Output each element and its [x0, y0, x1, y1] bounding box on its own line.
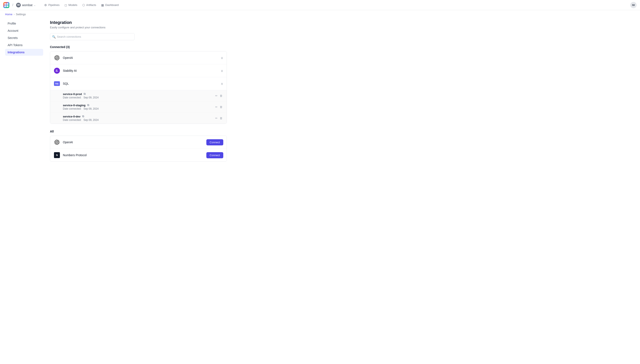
workspace-avatar: IW: [16, 3, 21, 8]
workspace-selector[interactable]: IW wombat ⌄: [16, 3, 36, 8]
integration-item-openai[interactable]: OpenAI ∨: [50, 52, 227, 64]
service-prod-name: service-0-prod: [63, 92, 82, 96]
integration-item-stability[interactable]: S. Stability AI ∨: [50, 64, 227, 77]
numbers-logo: N: [54, 152, 60, 158]
all-openai-logo: [54, 139, 60, 146]
connect-button-numbers[interactable]: Connect: [206, 152, 223, 158]
workspace-name: wombat: [22, 4, 32, 7]
sidebar-item-profile[interactable]: Profile: [5, 20, 43, 27]
workspace-chevron-icon: ⌄: [34, 4, 36, 6]
breadcrumb-home-link[interactable]: Home: [5, 13, 12, 16]
search-input[interactable]: [50, 33, 134, 40]
sql-service-prod: service-0-prod ⧉ Date connected: Sep 09,…: [50, 90, 227, 101]
sidebar-item-integrations[interactable]: Integrations: [5, 49, 43, 56]
pipelines-icon: ⚙: [44, 4, 47, 7]
page-title: Integration: [50, 20, 227, 25]
stability-logo: S.: [54, 67, 60, 74]
copy-icon-prod[interactable]: ⧉: [84, 92, 86, 96]
connect-button-openai[interactable]: Connect: [206, 139, 223, 146]
user-menu[interactable]: IW: [630, 2, 636, 8]
service-staging-date-value: Sep 09, 2024: [84, 107, 98, 110]
main-layout: Profile Account Secrets API Tokens Integ…: [0, 18, 640, 168]
edit-icon-prod[interactable]: ✏: [215, 94, 218, 97]
all-section-title: All: [50, 130, 227, 133]
nav-item-models[interactable]: ◻ Models: [62, 2, 80, 8]
all-openai-name: OpenAI: [63, 140, 206, 144]
copy-icon-staging[interactable]: ⧉: [87, 104, 89, 107]
main-content: Integration Easily configure and protect…: [43, 18, 234, 168]
models-icon: ◻: [64, 4, 67, 7]
sql-expanded-section: service-0-prod ⧉ Date connected: Sep 09,…: [50, 90, 227, 124]
stability-chevron-icon: ∨: [221, 69, 223, 73]
copy-icon-dev[interactable]: ⧉: [82, 115, 84, 118]
service-dev-name: service-0-dev: [63, 115, 80, 118]
openai-logo: [54, 54, 60, 61]
sidebar-item-api-tokens[interactable]: API Tokens: [5, 42, 43, 48]
service-staging-name: service-0-staging: [63, 104, 86, 107]
nav-item-artifacts[interactable]: ⬡ Artifacts: [80, 2, 98, 8]
nav-item-dashboard[interactable]: ▦ Dashboard: [98, 2, 121, 8]
integration-item-sql[interactable]: SQL SQL ∧: [50, 77, 227, 90]
edit-icon-staging[interactable]: ✏: [215, 106, 218, 108]
app-logo[interactable]: [4, 2, 9, 8]
edit-icon-dev[interactable]: ✏: [215, 116, 218, 120]
search-icon: 🔍: [52, 35, 56, 38]
nav-separator: /: [12, 3, 13, 7]
service-prod-date-label: Date connected:: [63, 96, 81, 99]
delete-icon-prod[interactable]: 🗑: [220, 94, 222, 97]
integration-name-stability: Stability AI: [63, 69, 221, 72]
delete-icon-dev[interactable]: 🗑: [220, 116, 222, 120]
all-integration-numbers: N Numbers Protocol Connect: [50, 149, 227, 162]
service-prod-date-value: Sep 09, 2024: [84, 96, 98, 99]
integration-name-sql: SQL: [63, 82, 221, 85]
sql-chevron-icon: ∧: [221, 82, 223, 86]
sql-logo: SQL: [54, 80, 60, 87]
sql-service-staging: service-0-staging ⧉ Date connected: Sep …: [50, 101, 227, 112]
user-avatar[interactable]: IW: [630, 2, 636, 8]
breadcrumb: Home › Settings: [0, 10, 640, 18]
dashboard-icon: ▦: [101, 4, 104, 7]
nav-label-artifacts: Artifacts: [86, 4, 96, 6]
openai-chevron-icon: ∨: [221, 56, 223, 60]
sidebar-item-secrets[interactable]: Secrets: [5, 34, 43, 41]
sql-service-dev: service-0-dev ⧉ Date connected: Sep 09, …: [50, 112, 227, 124]
service-staging-date-label: Date connected:: [63, 107, 81, 110]
nav-item-pipelines[interactable]: ⚙ Pipelines: [42, 2, 62, 8]
nav-label-models: Models: [68, 4, 77, 6]
integration-name-openai: OpenAI: [63, 56, 221, 60]
nav-label-dashboard: Dashboard: [105, 4, 119, 6]
main-nav: ⚙ Pipelines ◻ Models ⬡ Artifacts ▦ Dashb…: [42, 2, 121, 8]
settings-sidebar: Profile Account Secrets API Tokens Integ…: [5, 18, 43, 168]
delete-icon-staging[interactable]: 🗑: [220, 106, 222, 108]
connected-integrations-list: OpenAI ∨ S. Stability AI ∨ SQL SQL ∧: [50, 51, 227, 124]
all-integrations-list: OpenAI Connect N Numbers Protocol Connec…: [50, 136, 227, 162]
search-wrapper: 🔍: [50, 33, 134, 40]
service-dev-date-label: Date connected:: [63, 118, 81, 122]
connected-section-title: Connected (3): [50, 45, 227, 49]
all-numbers-name: Numbers Protocol: [63, 154, 206, 157]
navbar: / IW wombat ⌄ ⚙ Pipelines ◻ Models ⬡ Art…: [0, 0, 640, 10]
breadcrumb-separator: ›: [14, 13, 14, 16]
breadcrumb-current: Settings: [16, 13, 26, 16]
service-dev-date-value: Sep 09, 2024: [84, 118, 98, 122]
page-subtitle: Easily configure and protect your connec…: [50, 26, 227, 29]
nav-label-pipelines: Pipelines: [48, 4, 60, 6]
artifacts-icon: ⬡: [82, 4, 85, 7]
all-integration-openai: OpenAI Connect: [50, 136, 227, 149]
sidebar-item-account[interactable]: Account: [5, 27, 43, 34]
